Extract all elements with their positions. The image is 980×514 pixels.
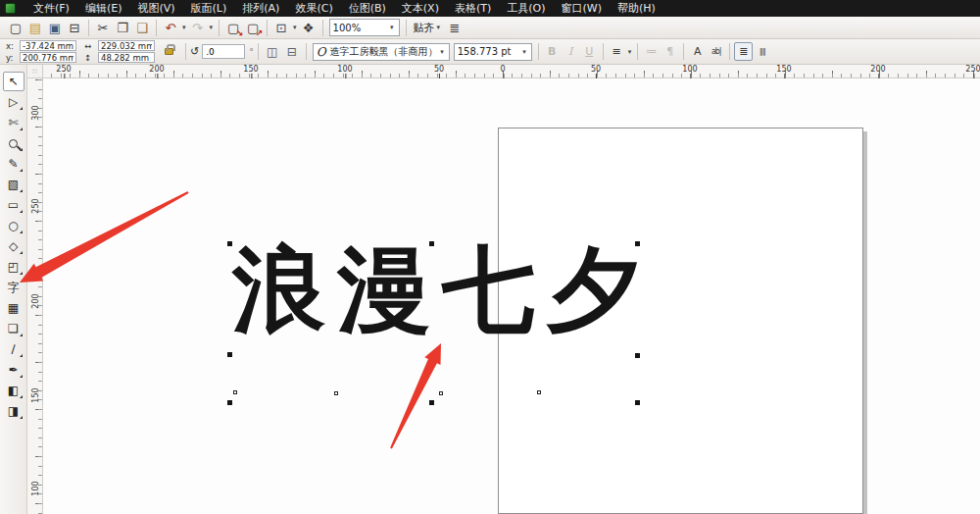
selection-handle[interactable] [227, 241, 232, 246]
character-formatting-button[interactable]: A [688, 42, 707, 61]
basic-shapes-tool[interactable]: ◰ [3, 257, 24, 277]
text-tool[interactable]: 字 [3, 278, 24, 297]
polygon-tool[interactable]: ◇ [3, 236, 24, 256]
underline-button[interactable]: U [580, 42, 599, 61]
ruler-tick-label: 0 [500, 65, 505, 74]
vertical-ruler[interactable]: 300250200150100 [27, 78, 43, 514]
mirror-vertical-button[interactable]: ⊟ [282, 42, 302, 61]
bulleted-list-button[interactable]: ≔ [642, 42, 661, 61]
character-node[interactable] [233, 390, 237, 394]
toolbar-separator [306, 43, 307, 60]
pick-tool[interactable]: ↖ [3, 72, 24, 91]
zoom-tool[interactable] [3, 133, 24, 153]
character-node[interactable] [334, 391, 338, 395]
character-node[interactable] [439, 391, 443, 395]
drop-cap-button[interactable]: ¶ [661, 42, 679, 61]
ruler-tick-label: 200 [149, 65, 164, 74]
interactive-fill-tool[interactable]: ◨ [3, 401, 24, 421]
menu-item[interactable]: 视图(V) [129, 0, 182, 17]
cut-button[interactable]: ✂ [93, 19, 113, 37]
selection-handle[interactable] [635, 241, 640, 246]
copy-button[interactable]: ❐ [113, 19, 132, 37]
rotation-center-marker[interactable]: × [429, 351, 437, 361]
font-size-combo[interactable]: 158.773 pt ▾ [454, 43, 532, 61]
menu-item[interactable]: 排列(A) [234, 0, 287, 17]
freehand-tool[interactable]: ✎ [3, 154, 24, 174]
text-alignment-button[interactable]: ≡ [608, 42, 626, 61]
selection-handle[interactable] [227, 400, 232, 405]
object-width-input[interactable] [98, 40, 155, 51]
eyedropper-tool[interactable]: ∕ [3, 339, 24, 359]
toolbar-separator [322, 20, 323, 36]
selection-handle[interactable] [429, 241, 434, 246]
ellipse-tool[interactable]: ○ [3, 216, 24, 235]
font-list-combo[interactable]: O 造字工房毅黑（非商用） ▾ [313, 43, 450, 61]
application-launcher-button[interactable]: ⊡ [271, 19, 291, 37]
ruler-tick-label: 250 [31, 198, 40, 213]
selection-handle[interactable] [635, 400, 640, 405]
y-label: y: [6, 53, 18, 63]
zoom-level-combo[interactable]: 100%▾ [329, 19, 400, 36]
object-height-input[interactable] [98, 52, 155, 63]
import-button[interactable]: ▢↘ [223, 19, 243, 37]
mirror-horizontal-button[interactable]: ◫ [263, 42, 282, 61]
menu-item[interactable]: 编辑(E) [77, 0, 130, 17]
menu-item[interactable]: 位图(B) [341, 0, 394, 17]
blend-tool-icon: ❏ [8, 323, 19, 334]
paste-button[interactable]: ❑ [132, 19, 152, 37]
lock-ratio-icon[interactable] [165, 48, 173, 55]
width-icon: ↔ [84, 41, 96, 51]
export-button[interactable]: ▢↗ [243, 19, 263, 37]
selection-handle[interactable] [635, 353, 640, 358]
options-button[interactable]: ≣ [445, 19, 465, 37]
selection-handle[interactable] [429, 400, 434, 405]
crop-tool[interactable]: ✄ [3, 113, 24, 132]
menu-item[interactable]: 工具(O) [499, 0, 553, 17]
print-button[interactable]: ⊟ [65, 19, 84, 37]
text-alignment-button-dropdown[interactable]: ▾ [628, 48, 632, 56]
menu-item[interactable]: 效果(C) [287, 0, 340, 17]
fill-tool[interactable]: ◧ [3, 381, 24, 400]
x-position-input[interactable] [20, 40, 76, 51]
new-document-button[interactable]: ▢ [6, 19, 25, 37]
blend-tool[interactable]: ❏ [3, 319, 24, 338]
shape-tool[interactable]: ▷ [3, 92, 24, 112]
rotation-control: ↺ ° [190, 44, 254, 59]
undo-button-dropdown[interactable]: ▾ [182, 24, 186, 31]
ruler-corner: ∷ [27, 65, 43, 78]
open-button[interactable]: ▤ [25, 19, 45, 37]
vertical-text-button[interactable]: ∥∥ [753, 42, 771, 61]
italic-button[interactable]: I [562, 42, 580, 61]
toolbox: ↖▷✄✎▧▭○◇◰字▦❏∕✒◧◨ [0, 65, 27, 514]
outline-pen-tool[interactable]: ✒ [3, 360, 24, 380]
polygon-tool-icon: ◇ [9, 240, 18, 252]
menu-item[interactable]: 表格(T) [447, 0, 499, 17]
bold-button[interactable]: B [543, 42, 562, 61]
rotation-angle-input[interactable] [202, 44, 245, 59]
property-bar: x: y: ↔ ↕ ↺ ° ◫ ⊟ O 造字工房毅黑（非商用） ▾ 158.77… [0, 39, 980, 65]
artwork-text[interactable]: 浪漫七夕 [232, 243, 652, 336]
menu-item[interactable]: 版面(L) [183, 0, 235, 17]
rectangle-tool[interactable]: ▭ [3, 195, 24, 215]
save-button[interactable]: ▣ [45, 19, 65, 37]
menu-item[interactable]: 窗口(W) [554, 0, 610, 17]
menu-item[interactable]: 文件(F) [25, 0, 77, 17]
fill-tool-icon: ◧ [8, 385, 19, 396]
horizontal-text-button[interactable]: ≣ [734, 42, 753, 61]
redo-button[interactable]: ↷ [188, 19, 208, 37]
arrow-to-text-tool [20, 191, 189, 283]
menu-item[interactable]: 帮助(H) [610, 0, 663, 17]
redo-button-dropdown[interactable]: ▾ [210, 24, 214, 31]
character-node[interactable] [537, 390, 541, 394]
edit-text-button[interactable]: ab| [707, 42, 725, 61]
smart-fill-tool[interactable]: ▧ [3, 175, 24, 194]
snap-to-button[interactable]: 贴齐▾ [414, 21, 443, 35]
application-launcher-button-dropdown[interactable]: ▾ [293, 24, 297, 31]
table-tool[interactable]: ▦ [3, 298, 24, 318]
horizontal-ruler[interactable]: 25020015010050050100150200250 [43, 65, 980, 78]
welcome-screen-button[interactable]: ❖ [299, 19, 318, 37]
y-position-input[interactable] [20, 52, 76, 63]
menu-item[interactable]: 文本(X) [394, 0, 447, 17]
selection-handle[interactable] [227, 352, 232, 357]
undo-button[interactable]: ↶ [161, 19, 180, 37]
